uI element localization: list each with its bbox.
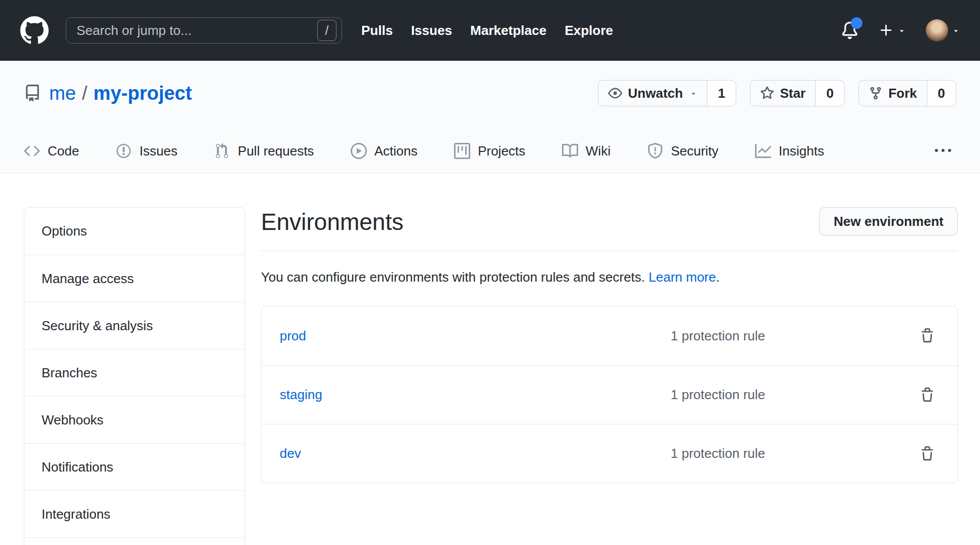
learn-more-link[interactable]: Learn more xyxy=(649,269,716,285)
tab-insights[interactable]: Insights xyxy=(755,129,824,173)
sidebar-item-security-analysis[interactable]: Security & analysis xyxy=(24,302,245,349)
top-nav-explore[interactable]: Explore xyxy=(564,23,613,38)
breadcrumb-separator: / xyxy=(82,83,88,104)
tab-security[interactable]: Security xyxy=(647,129,719,173)
trash-icon xyxy=(920,328,935,343)
environment-link-prod[interactable]: prod xyxy=(280,328,671,344)
description-text: You can configure environments with prot… xyxy=(261,269,645,285)
tab-label: Insights xyxy=(779,143,824,159)
search-input[interactable] xyxy=(77,23,317,38)
repo-header: me / my-project Unwatch 1 Star 0 xyxy=(0,61,980,173)
top-nav-issues[interactable]: Issues xyxy=(411,23,452,38)
repo-tab-bar: Code Issues Pull requests Actions Projec… xyxy=(24,106,956,173)
header-right xyxy=(841,19,960,42)
protection-rule-count: 1 protection rule xyxy=(671,387,765,403)
top-nav-marketplace[interactable]: Marketplace xyxy=(470,23,546,38)
graph-icon xyxy=(755,143,771,159)
tab-overflow-button[interactable] xyxy=(935,129,951,173)
star-label: Star xyxy=(780,86,806,101)
sidebar-item-manage-access[interactable]: Manage access xyxy=(24,255,245,302)
kebab-horizontal-icon xyxy=(935,143,951,159)
repo-forked-icon xyxy=(869,86,883,100)
protection-rule-count: 1 protection rule xyxy=(671,328,765,344)
tab-code[interactable]: Code xyxy=(24,129,79,173)
fork-label: Fork xyxy=(888,86,917,101)
eye-icon xyxy=(608,86,622,100)
plus-icon xyxy=(879,23,894,38)
avatar xyxy=(926,19,948,42)
delete-environment-button[interactable] xyxy=(920,328,935,343)
settings-sidebar: Options Manage access Security & analysi… xyxy=(24,207,245,545)
top-nav: Pulls Issues Marketplace Explore xyxy=(361,23,613,38)
github-logo-icon[interactable] xyxy=(20,16,49,45)
stars-count[interactable]: 0 xyxy=(816,80,845,106)
environments-panel: Environments New environment You can con… xyxy=(261,207,958,545)
tab-label: Security xyxy=(671,143,719,159)
tab-label: Wiki xyxy=(586,143,611,159)
repo-name-link[interactable]: my-project xyxy=(93,83,192,104)
watch-button-group: Unwatch 1 xyxy=(598,80,736,106)
chevron-down-icon xyxy=(898,27,906,34)
environment-row: dev 1 protection rule xyxy=(261,424,957,483)
tab-actions[interactable]: Actions xyxy=(351,129,418,173)
environments-list: prod 1 protection rule staging 1 protect… xyxy=(261,306,958,483)
book-icon xyxy=(562,143,578,159)
new-environment-button[interactable]: New environment xyxy=(819,207,958,236)
global-search: / xyxy=(66,17,342,44)
tab-label: Issues xyxy=(139,143,177,159)
unread-notification-dot xyxy=(851,17,862,29)
unwatch-label: Unwatch xyxy=(628,86,683,101)
page-title: Environments xyxy=(261,207,403,237)
shield-icon xyxy=(647,143,663,159)
top-nav-pulls[interactable]: Pulls xyxy=(361,23,393,38)
tab-label: Pull requests xyxy=(238,143,314,159)
global-header: / Pulls Issues Marketplace Explore xyxy=(0,0,980,61)
delete-environment-button[interactable] xyxy=(920,446,935,461)
description-period: . xyxy=(716,269,720,285)
sidebar-item-webhooks[interactable]: Webhooks xyxy=(24,396,245,443)
star-icon xyxy=(760,86,774,100)
fork-button-group: Fork 0 xyxy=(858,80,956,106)
breadcrumb: me / my-project xyxy=(24,83,192,104)
tab-wiki[interactable]: Wiki xyxy=(562,129,611,173)
triangle-down-icon xyxy=(690,90,697,97)
tab-projects[interactable]: Projects xyxy=(454,129,525,173)
sidebar-item-partial xyxy=(24,537,245,545)
star-button[interactable]: Star xyxy=(750,80,816,106)
code-icon xyxy=(24,143,40,159)
fork-button[interactable]: Fork xyxy=(858,80,927,106)
notifications-button[interactable] xyxy=(841,22,858,39)
environment-link-dev[interactable]: dev xyxy=(280,446,671,461)
trash-icon xyxy=(920,446,935,461)
user-menu-button[interactable] xyxy=(926,19,960,42)
star-button-group: Star 0 xyxy=(750,80,845,106)
watchers-count[interactable]: 1 xyxy=(707,80,736,106)
environment-row: prod 1 protection rule xyxy=(261,306,957,365)
environments-description: You can configure environments with prot… xyxy=(261,267,958,287)
protection-rule-count: 1 protection rule xyxy=(671,446,765,461)
delete-environment-button[interactable] xyxy=(920,387,935,403)
play-icon xyxy=(351,143,367,159)
sidebar-item-options[interactable]: Options xyxy=(24,208,245,255)
tab-pull-requests[interactable]: Pull requests xyxy=(214,129,314,173)
tab-label: Projects xyxy=(478,143,525,159)
repo-icon xyxy=(24,85,41,102)
create-new-button[interactable] xyxy=(879,23,906,38)
sidebar-item-integrations[interactable]: Integrations xyxy=(24,490,245,537)
tab-label: Code xyxy=(48,143,79,159)
forks-count[interactable]: 0 xyxy=(927,80,956,106)
issue-opened-icon xyxy=(116,143,132,159)
sidebar-item-notifications[interactable]: Notifications xyxy=(24,443,245,490)
tab-issues[interactable]: Issues xyxy=(116,129,177,173)
chevron-down-icon xyxy=(952,27,960,34)
repo-owner-link[interactable]: me xyxy=(49,83,76,104)
slash-key-hint: / xyxy=(317,20,336,41)
project-icon xyxy=(454,143,470,159)
trash-icon xyxy=(920,387,935,403)
environment-link-staging[interactable]: staging xyxy=(280,387,671,403)
git-pull-request-icon xyxy=(214,143,230,159)
settings-content: Options Manage access Security & analysi… xyxy=(0,173,980,545)
unwatch-button[interactable]: Unwatch xyxy=(598,80,707,106)
sidebar-item-branches[interactable]: Branches xyxy=(24,349,245,396)
environment-row: staging 1 protection rule xyxy=(261,365,957,424)
